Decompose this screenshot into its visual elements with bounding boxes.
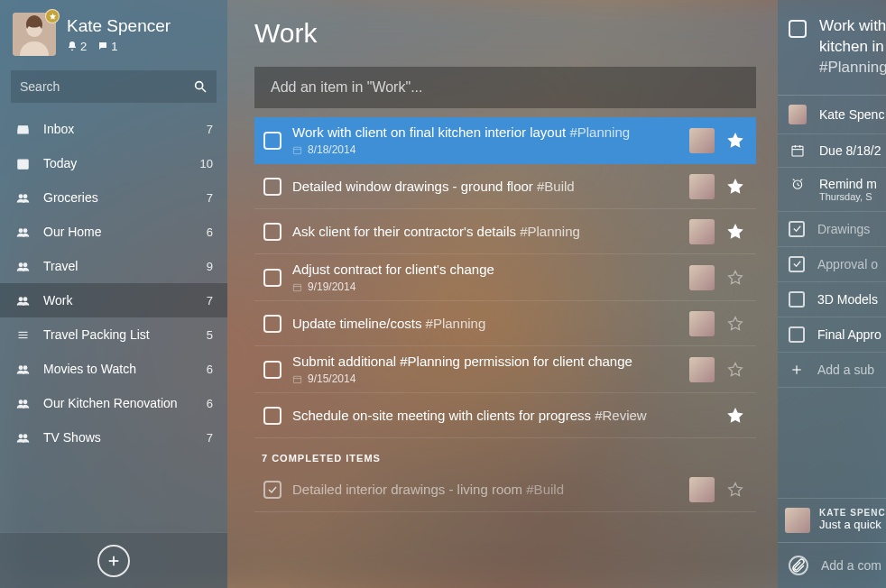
star-button[interactable] [725, 268, 745, 288]
task-checkbox[interactable] [263, 407, 281, 425]
task-row[interactable]: Submit additional #Planning permission f… [254, 346, 756, 393]
star-button[interactable] [725, 177, 745, 197]
list-nav: Inbox 731 Today 10 Groceries 7 Our Home … [0, 112, 227, 532]
task-row[interactable]: Adjust contract for client's change 9/19… [254, 254, 756, 301]
assignee-avatar [689, 357, 715, 382]
detail-reminder[interactable]: Remind m Thursday, S [778, 168, 886, 212]
assignee-avatar [789, 105, 807, 124]
subtask-row[interactable]: Drawings [778, 212, 886, 247]
detail-due[interactable]: Due 8/18/2 [778, 134, 886, 168]
task-row[interactable]: Detailed interior drawings - living room… [254, 467, 756, 512]
sidebar-item-travel[interactable]: Travel 9 [0, 249, 227, 283]
detail-checkbox[interactable] [789, 20, 807, 38]
assignee-avatar [689, 174, 715, 199]
task-title: Detailed interior drawings - living room… [292, 482, 678, 497]
people-icon [14, 431, 31, 445]
comments-stat[interactable]: 1 [97, 40, 117, 53]
subtask-label: 3D Models [817, 292, 878, 307]
subtask-checkbox[interactable] [789, 326, 805, 343]
task-title: Adjust contract for client's change [292, 262, 678, 277]
detail-title: Work with kitchen in #Planning [819, 16, 886, 78]
sidebar-item-tv-shows[interactable]: TV Shows 7 [0, 420, 227, 455]
subtask-list: Drawings Approval o 3D Models Final Appr… [778, 212, 886, 353]
alarm-icon [789, 177, 807, 191]
star-button[interactable] [725, 222, 745, 242]
task-checkbox[interactable] [263, 132, 281, 150]
user-name[interactable]: Kate Spencer [67, 16, 171, 36]
add-subtask[interactable]: Add a sub [778, 353, 886, 388]
search-box[interactable] [11, 70, 217, 103]
star-button[interactable] [725, 480, 745, 500]
svg-point-21 [23, 400, 27, 403]
subtask-checkbox[interactable] [789, 256, 805, 272]
comment-icon [97, 41, 108, 51]
inbox-icon [14, 123, 31, 136]
add-comment[interactable]: Add a com [778, 542, 886, 588]
task-row[interactable]: Ask client for their contractor's detail… [254, 209, 756, 254]
svg-point-23 [23, 434, 27, 437]
svg-point-2 [196, 82, 203, 89]
task-title: Submit additional #Planning permission f… [292, 354, 678, 369]
nav-label: Inbox [43, 122, 207, 136]
sidebar-item-work[interactable]: Work 7 [0, 283, 227, 317]
nav-label: Work [43, 293, 207, 308]
detail-header: Work with kitchen in #Planning [778, 0, 886, 95]
task-checkbox[interactable] [263, 315, 281, 333]
nav-count: 6 [207, 225, 213, 239]
user-info: Kate Spencer 2 1 [67, 16, 171, 53]
star-badge-icon [45, 9, 60, 23]
svg-line-42 [793, 179, 795, 179]
task-checkbox[interactable] [263, 269, 281, 287]
star-button[interactable] [725, 131, 745, 151]
star-button[interactable] [725, 360, 745, 380]
people-icon [14, 294, 31, 308]
nav-count: 7 [207, 191, 213, 205]
detail-assigned[interactable]: Kate Spenc [778, 96, 886, 134]
sidebar-item-travel-packing-list[interactable]: Travel Packing List 5 [0, 317, 227, 352]
subtask-row[interactable]: Approval o [778, 247, 886, 282]
people-icon [14, 260, 31, 273]
people-icon [14, 225, 31, 239]
add-item-input[interactable]: Add an item in "Work"... [254, 67, 756, 108]
search-input[interactable] [20, 79, 193, 94]
task-checkbox[interactable] [263, 481, 281, 499]
subtask-label: Drawings [817, 222, 870, 236]
svg-point-18 [19, 365, 23, 369]
add-list-button[interactable] [97, 545, 130, 577]
svg-rect-35 [792, 146, 803, 156]
task-checkbox[interactable] [263, 361, 281, 379]
svg-line-43 [800, 179, 802, 179]
task-row[interactable]: Work with client on final kitchen interi… [254, 117, 756, 164]
task-row[interactable]: Detailed window drawings - ground floor … [254, 164, 756, 209]
sidebar-item-today[interactable]: 31 Today 10 [0, 146, 227, 180]
completed-header[interactable]: 7 COMPLETED ITEMS [262, 453, 756, 464]
sidebar-item-our-kitchen-renovation[interactable]: Our Kitchen Renovation 6 [0, 386, 227, 420]
nav-label: Today [43, 156, 200, 170]
sidebar-item-our-home[interactable]: Our Home 6 [0, 215, 227, 249]
subtask-row[interactable]: 3D Models [778, 282, 886, 317]
sidebar-item-inbox[interactable]: Inbox 7 [0, 112, 227, 146]
sidebar-item-movies-to-watch[interactable]: Movies to Watch 6 [0, 352, 227, 386]
comment-avatar [785, 508, 810, 533]
nav-count: 9 [207, 260, 213, 273]
search-icon [193, 79, 208, 94]
subtask-checkbox[interactable] [789, 291, 805, 308]
svg-point-13 [19, 297, 23, 300]
subtask-checkbox[interactable] [789, 221, 805, 237]
task-checkbox[interactable] [263, 178, 281, 196]
task-row[interactable]: Update timeline/costs #Planning [254, 301, 756, 346]
notifications-stat[interactable]: 2 [67, 40, 87, 53]
nav-label: Travel [43, 259, 207, 273]
star-button[interactable] [725, 314, 745, 334]
nav-label: TV Shows [43, 430, 207, 445]
sidebar-item-groceries[interactable]: Groceries 7 [0, 180, 227, 215]
avatar-wrap[interactable] [13, 13, 56, 56]
svg-point-19 [23, 365, 27, 369]
task-checkbox[interactable] [263, 223, 281, 241]
star-button[interactable] [725, 406, 745, 426]
completed-list: Detailed interior drawings - living room… [254, 467, 756, 512]
task-row[interactable]: Schedule on-site meeting with clients fo… [254, 393, 756, 438]
assignee-avatar [689, 477, 715, 502]
subtask-row[interactable]: Final Appro [778, 317, 886, 353]
nav-count: 5 [207, 328, 213, 342]
